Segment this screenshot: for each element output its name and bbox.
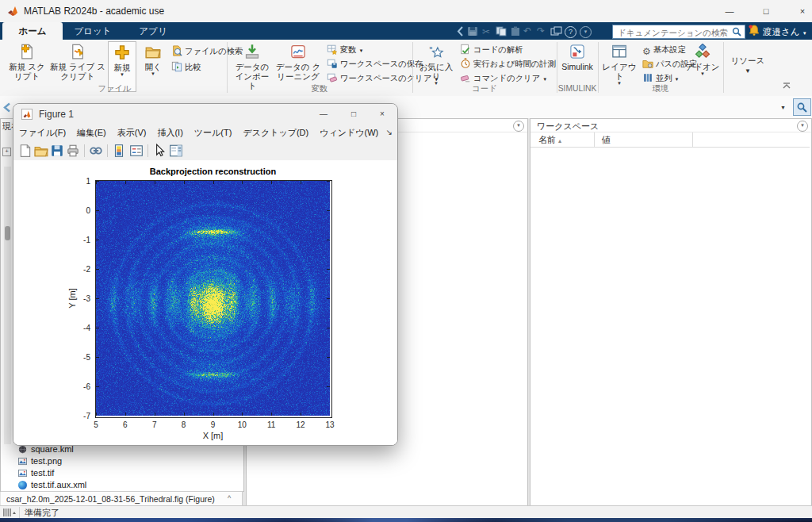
edit-plot-cursor-icon[interactable] bbox=[152, 144, 167, 158]
open-file-icon[interactable] bbox=[34, 144, 48, 158]
screen: MATLAB R2024b - academic use — □ × ホーム プ… bbox=[0, 0, 812, 522]
col-name-header[interactable]: 名前 ▴ bbox=[538, 134, 561, 146]
figure-title-text: Figure 1 bbox=[39, 109, 74, 120]
close-button[interactable]: × bbox=[785, 0, 812, 22]
favorites-icon: » bbox=[417, 44, 455, 59]
addons-icon bbox=[685, 44, 720, 59]
tab-plots[interactable]: プロット bbox=[63, 22, 123, 40]
link-plot-icon[interactable] bbox=[89, 144, 103, 158]
menu-item-file[interactable]: ファイル(F) bbox=[13, 125, 71, 141]
detail-collapse-icon[interactable]: ^ bbox=[228, 494, 231, 502]
new-label: 新規▼ bbox=[109, 63, 136, 78]
y-tick-label: -6 bbox=[83, 382, 90, 391]
column-divider[interactable] bbox=[692, 132, 693, 147]
collapse-ribbon-icon[interactable] bbox=[782, 81, 791, 90]
sar-image-canvas[interactable] bbox=[96, 181, 330, 416]
run-and-time-label: 実行および時間の計測 bbox=[473, 59, 556, 68]
plot-title: Backprojection reconstruction bbox=[96, 167, 330, 176]
qa-cut-icon[interactable]: ✂ bbox=[481, 26, 493, 36]
resources-button[interactable]: リソース▼ bbox=[726, 41, 769, 90]
notification-bell-icon[interactable] bbox=[749, 25, 760, 36]
folder-scrollbar-thumb[interactable] bbox=[5, 226, 10, 240]
compare-button[interactable]: 比較 bbox=[171, 60, 201, 74]
dock-figure-arrow-icon[interactable]: ↘ bbox=[386, 128, 393, 136]
folder-search-button[interactable] bbox=[793, 98, 811, 116]
file-detail-bar[interactable]: csar_h2.0m_2025-12-01_08-31-56_Trihedral… bbox=[1, 491, 243, 507]
file-row[interactable]: test.png bbox=[1, 455, 223, 467]
new-figure-icon[interactable] bbox=[18, 144, 33, 158]
tree-expander-icon[interactable]: + bbox=[2, 148, 11, 156]
new-icon bbox=[109, 44, 136, 60]
doc-search-input[interactable] bbox=[616, 25, 730, 40]
matlab-figure-icon bbox=[21, 109, 33, 120]
resources-label: リソース▼ bbox=[726, 56, 769, 74]
ribbon-divider bbox=[723, 42, 724, 93]
compare-icon bbox=[171, 61, 182, 72]
y-tick-label: 1 bbox=[86, 177, 90, 186]
variable-icon bbox=[327, 44, 338, 55]
file-row[interactable]: test.tif bbox=[1, 467, 223, 479]
workspace-panel: ワークスペース ▼ 名前 ▴ 値 bbox=[530, 118, 812, 506]
property-inspector-icon[interactable] bbox=[169, 144, 183, 158]
minimize-button[interactable]: — bbox=[712, 0, 747, 22]
save-figure-icon[interactable] bbox=[50, 144, 64, 158]
y-axis-label: Y [m] bbox=[67, 288, 77, 308]
tab-apps[interactable]: アプリ bbox=[123, 22, 183, 40]
figure-titlebar[interactable]: Figure 1 — □ × bbox=[13, 104, 397, 125]
preferences-button[interactable]: ⚙基本設定 bbox=[642, 43, 686, 56]
panel-indicator-icon[interactable] bbox=[3, 509, 16, 516]
status-ready-text: 準備完了 bbox=[25, 507, 59, 519]
menu-item-view[interactable]: 表示(V) bbox=[112, 125, 152, 141]
figure-window[interactable]: Figure 1 — □ × ファイル(F)編集(E)表示(V)挿入(I)ツール… bbox=[13, 103, 398, 446]
tab-home[interactable]: ホーム bbox=[2, 22, 63, 40]
file-row[interactable]: test.tif.aux.xml bbox=[1, 479, 223, 491]
ribbon: 新規 スクリプト 新規 ライブ スクリプト 新規▼ 開く▼ ファイルの検索 比較… bbox=[0, 40, 812, 97]
variable-button[interactable]: 変数 ▼ bbox=[327, 43, 363, 56]
insert-colorbar-icon[interactable] bbox=[112, 144, 126, 158]
col-value-header[interactable]: 値 bbox=[602, 134, 611, 146]
panel-menu-icon[interactable]: ▼ bbox=[797, 121, 808, 132]
back-arrow-icon[interactable] bbox=[2, 102, 11, 113]
run-and-time-button[interactable]: 実行および時間の計測 bbox=[460, 57, 556, 71]
x-tick-label: 6 bbox=[123, 420, 128, 429]
plot-axes-box[interactable] bbox=[95, 180, 332, 418]
insert-legend-icon[interactable] bbox=[129, 144, 144, 158]
qa-windows-icon[interactable] bbox=[550, 26, 562, 36]
menu-item-desktop[interactable]: デスクトップ(D) bbox=[237, 125, 314, 141]
y-tick-label: -1 bbox=[83, 236, 90, 244]
layout-icon bbox=[601, 44, 638, 59]
figure-close-button[interactable]: × bbox=[369, 104, 396, 124]
analyze-code-label: コードの解析 bbox=[473, 45, 523, 54]
file-detail-text: csar_h2.0m_2025-12-01_08-31-56_Trihedral… bbox=[6, 494, 215, 504]
menu-item-edit[interactable]: 編集(E) bbox=[71, 125, 112, 141]
menu-item-insert[interactable]: 挿入(I) bbox=[151, 125, 188, 141]
figure-maximize-button[interactable]: □ bbox=[340, 104, 367, 124]
find-files-icon bbox=[171, 45, 182, 56]
qa-paste-icon[interactable] bbox=[510, 26, 522, 36]
file-name: test.tif bbox=[31, 467, 54, 479]
column-divider[interactable] bbox=[594, 132, 595, 147]
folder-scrollbar-track[interactable] bbox=[4, 167, 11, 444]
figure-minimize-button[interactable]: — bbox=[310, 104, 337, 124]
folder-search-icon bbox=[797, 102, 807, 113]
menu-item-tools[interactable]: ツール(T) bbox=[189, 125, 238, 141]
qa-undo-icon[interactable]: ↶ bbox=[523, 26, 535, 36]
panel-menu-icon[interactable]: ▼ bbox=[513, 121, 524, 132]
analyze-code-button[interactable]: コードの解析 bbox=[460, 43, 523, 56]
qa-more-icon[interactable]: ▼ bbox=[580, 26, 592, 38]
qa-save-icon[interactable] bbox=[467, 26, 479, 36]
maximize-button[interactable]: □ bbox=[749, 0, 783, 22]
address-dropdown-icon[interactable]: ▼ bbox=[780, 105, 786, 110]
doc-search-box bbox=[612, 25, 745, 39]
user-menu[interactable]: 渡邉さん ▼ bbox=[763, 26, 807, 38]
qa-redo-icon[interactable]: ↷ bbox=[537, 26, 549, 36]
x-tick-label: 5 bbox=[94, 420, 98, 429]
workspace-title: ワークスペース bbox=[537, 121, 599, 132]
menu-item-window[interactable]: ウィンドウ(W) bbox=[314, 125, 384, 141]
search-icon[interactable] bbox=[732, 27, 741, 36]
print-figure-icon[interactable] bbox=[66, 144, 80, 158]
save-workspace-button[interactable]: ワークスペースの保存 bbox=[327, 57, 423, 71]
qa-copy-icon[interactable] bbox=[496, 26, 508, 36]
qa-help-icon[interactable]: ? bbox=[565, 26, 576, 38]
file-name: test.tif.aux.xml bbox=[31, 479, 86, 491]
